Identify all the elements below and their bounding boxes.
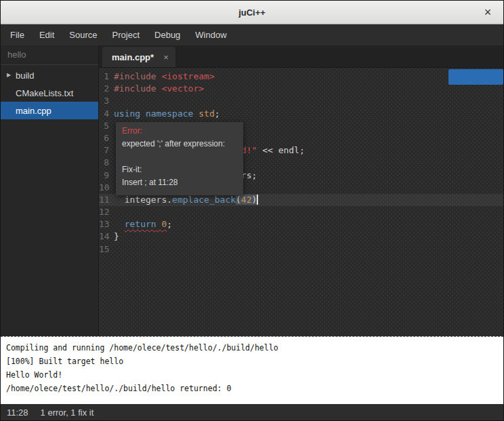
file-tree: ▶buildCMakeLists.txtmain.cpp <box>1 65 98 119</box>
title-bar: juCi++ × <box>1 1 503 24</box>
line-number: 1 <box>99 71 114 83</box>
tooltip-error-label: Error: <box>122 125 237 138</box>
code-line[interactable]: 2#include <vector> <box>99 83 503 95</box>
tooltip-message: expected ';' after expression: <box>122 138 237 151</box>
code-line[interactable]: 4using namespace std; <box>99 108 503 120</box>
file-tree-panel: hello ▶buildCMakeLists.txtmain.cpp <box>1 45 99 336</box>
terminal-line: /home/olece/test/hello/./build/hello ret… <box>6 382 498 395</box>
line-number: 10 <box>99 182 114 194</box>
line-number: 13 <box>99 218 114 230</box>
tree-item-main-cpp[interactable]: main.cpp <box>1 102 98 119</box>
tree-item-cmakelists-txt[interactable]: CMakeLists.txt <box>1 84 98 102</box>
line-number: 8 <box>99 157 114 169</box>
line-number: 15 <box>99 243 114 256</box>
close-icon[interactable]: × <box>479 1 497 24</box>
line-number: 3 <box>99 95 114 107</box>
menu-item-edit[interactable]: Edit <box>32 24 62 45</box>
code-line[interactable]: 1#include <iostream> <box>99 71 503 83</box>
app-window: juCi++ × FileEditSourceProjectDebugWindo… <box>0 0 504 421</box>
code-line[interactable]: 14} <box>99 230 503 243</box>
tooltip-gap <box>122 151 237 163</box>
menu-item-source[interactable]: Source <box>62 24 104 45</box>
project-name-label: hello <box>1 45 98 65</box>
code-text: integers.emplace_back(42) <box>114 194 258 206</box>
terminal-line: [100%] Built target hello <box>6 355 498 368</box>
window-title: juCi++ <box>238 7 266 18</box>
code-text: using namespace std; <box>114 108 220 120</box>
line-number: 4 <box>99 108 114 120</box>
tab-bar: main.cpp* × <box>99 45 503 68</box>
code-line[interactable]: 13 return 0; <box>99 218 503 230</box>
diagnostics-status: 1 error, 1 fix it <box>41 407 94 418</box>
terminal-line: Hello World! <box>6 368 498 382</box>
main-area: hello ▶buildCMakeLists.txtmain.cpp main.… <box>1 45 503 336</box>
code-line[interactable]: 12 <box>99 206 503 218</box>
code-text: } <box>114 230 119 243</box>
tree-item-label: main.cpp <box>16 106 51 116</box>
code-line[interactable]: 15 <box>99 243 503 256</box>
code-text: return 0; <box>114 218 172 230</box>
tooltip-fixit-label: Fix-it: <box>122 163 237 176</box>
terminal-line: Compiling and running /home/olece/test/h… <box>6 341 498 355</box>
line-number: 14 <box>99 230 114 243</box>
code-text: #include <vector> <box>114 83 204 95</box>
menu-item-window[interactable]: Window <box>188 24 234 45</box>
line-number: 2 <box>99 83 114 95</box>
line-number: 5 <box>99 120 114 132</box>
tab-close-icon[interactable]: × <box>163 52 169 62</box>
line-number: 9 <box>99 169 114 182</box>
code-line[interactable]: 3 <box>99 95 503 107</box>
tree-item-build[interactable]: ▶build <box>1 66 98 84</box>
code-text: #include <iostream> <box>114 71 215 83</box>
menu-item-file[interactable]: File <box>3 24 32 45</box>
line-number: 7 <box>99 144 114 157</box>
tooltip-fixit-text: Insert ; at 11:28 <box>122 176 237 189</box>
line-number: 12 <box>99 206 114 218</box>
error-tooltip: Error: expected ';' after expression: Fi… <box>116 122 243 195</box>
menu-bar: FileEditSourceProjectDebugWindow <box>1 24 503 45</box>
menu-item-debug[interactable]: Debug <box>147 24 188 45</box>
editor-column: main.cpp* × 1#include <iostream>2#includ… <box>99 45 503 336</box>
tab-label: main.cpp* <box>112 52 154 62</box>
status-bar: 11:28 1 error, 1 fix it <box>1 404 503 420</box>
scrollbar-indicator[interactable] <box>448 69 503 85</box>
terminal-output[interactable]: Compiling and running /home/olece/test/h… <box>1 339 503 404</box>
line-number: 11 <box>99 194 114 206</box>
text-caret <box>257 195 258 205</box>
cursor-position: 11:28 <box>7 407 28 418</box>
expander-icon[interactable]: ▶ <box>7 72 11 78</box>
tree-item-label: CMakeLists.txt <box>16 88 73 98</box>
code-line[interactable]: 11 integers.emplace_back(42) <box>99 194 503 206</box>
code-editor[interactable]: 1#include <iostream>2#include <vector>34… <box>99 68 503 336</box>
menu-item-project[interactable]: Project <box>105 24 147 45</box>
line-number: 6 <box>99 132 114 144</box>
tab-main-cpp[interactable]: main.cpp* × <box>102 47 175 67</box>
tree-item-label: build <box>16 71 34 81</box>
